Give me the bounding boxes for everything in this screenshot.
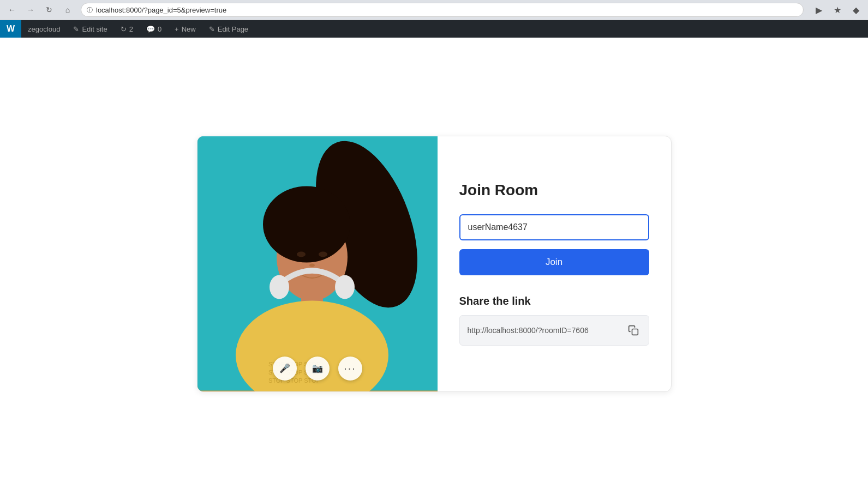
address-url: localhost:8000/?page_id=5&preview=true — [96, 6, 226, 14]
svg-point-6 — [309, 263, 315, 267]
cast-button[interactable]: ▶ — [811, 2, 827, 17]
wp-logo-item[interactable]: W — [0, 20, 21, 38]
wp-site-name[interactable]: zegocloud — [21, 20, 67, 38]
svg-point-9 — [270, 275, 289, 299]
username-input[interactable] — [459, 214, 649, 240]
share-link-box: http://localhost:8000/?roomID=7606 — [459, 315, 649, 346]
svg-point-5 — [319, 251, 327, 257]
more-options-button[interactable]: ··· — [338, 357, 362, 381]
bookmark-button[interactable]: ★ — [830, 2, 845, 17]
wp-logo-icon: W — [7, 24, 15, 34]
svg-point-3 — [263, 186, 350, 262]
wp-edit-site[interactable]: ✎ Edit site — [67, 20, 113, 38]
page-content: STOP STOP STOP STOP STOP STOP STOP STOP … — [0, 38, 868, 489]
person-figure: STOP STOP STOP STOP STOP STOP STOP STOP … — [197, 136, 438, 391]
browser-chrome: ← → ↻ ⌂ ⓘ localhost:8000/?page_id=5&prev… — [0, 0, 868, 20]
video-area: STOP STOP STOP STOP STOP STOP STOP STOP … — [197, 136, 438, 391]
copy-link-button[interactable] — [626, 323, 641, 338]
wp-admin-bar: W zegocloud ✎ Edit site ↻ 2 💬 0 + New ✎ … — [0, 20, 868, 38]
wp-edit-page[interactable]: ✎ Edit Page — [202, 20, 255, 38]
join-button[interactable]: Join — [459, 249, 649, 275]
lock-icon: ⓘ — [87, 6, 93, 14]
new-icon: + — [175, 25, 179, 33]
browser-top-bar: ← → ↻ ⌂ ⓘ localhost:8000/?page_id=5&prev… — [0, 0, 868, 20]
camera-button[interactable]: 📷 — [306, 357, 330, 381]
site-name-label: zegocloud — [28, 25, 60, 33]
browser-actions: ▶ ★ ◆ — [811, 2, 864, 17]
right-panel: Join Room Join Share the link http://loc… — [438, 136, 671, 391]
home-button[interactable]: ⌂ — [60, 2, 75, 17]
svg-rect-14 — [632, 329, 638, 335]
video-image: STOP STOP STOP STOP STOP STOP STOP STOP … — [197, 136, 438, 391]
copy-icon — [628, 325, 639, 336]
address-bar[interactable]: ⓘ localhost:8000/?page_id=5&preview=true — [81, 3, 804, 17]
forward-button[interactable]: → — [23, 2, 38, 17]
reload-button[interactable]: ↻ — [41, 2, 57, 17]
share-link-title: Share the link — [459, 295, 649, 307]
updates-count: 2 — [129, 25, 133, 33]
main-card: STOP STOP STOP STOP STOP STOP STOP STOP … — [197, 136, 672, 392]
share-link-url: http://localhost:8000/?roomID=7606 — [468, 326, 620, 335]
svg-point-10 — [335, 275, 355, 299]
edit-site-icon: ✎ — [73, 25, 79, 33]
updates-icon: ↻ — [121, 25, 127, 33]
mic-icon: 🎤 — [279, 363, 290, 373]
more-icon: ··· — [344, 362, 356, 375]
camera-icon: 📷 — [312, 363, 323, 373]
comments-count: 0 — [158, 25, 161, 33]
new-label: New — [182, 25, 196, 33]
edit-site-label: Edit site — [82, 25, 107, 33]
mic-button[interactable]: 🎤 — [273, 357, 297, 381]
video-controls: 🎤 📷 ··· — [273, 357, 362, 381]
svg-point-4 — [297, 251, 306, 257]
back-button[interactable]: ← — [4, 2, 20, 17]
wp-updates[interactable]: ↻ 2 — [114, 20, 140, 38]
wp-new[interactable]: + New — [168, 20, 202, 38]
edit-page-icon: ✎ — [209, 25, 215, 33]
wp-comments[interactable]: 💬 0 — [140, 20, 168, 38]
extension-button[interactable]: ◆ — [848, 2, 864, 17]
comments-icon: 💬 — [146, 25, 155, 33]
join-room-title: Join Room — [459, 182, 649, 199]
edit-page-label: Edit Page — [218, 25, 248, 33]
